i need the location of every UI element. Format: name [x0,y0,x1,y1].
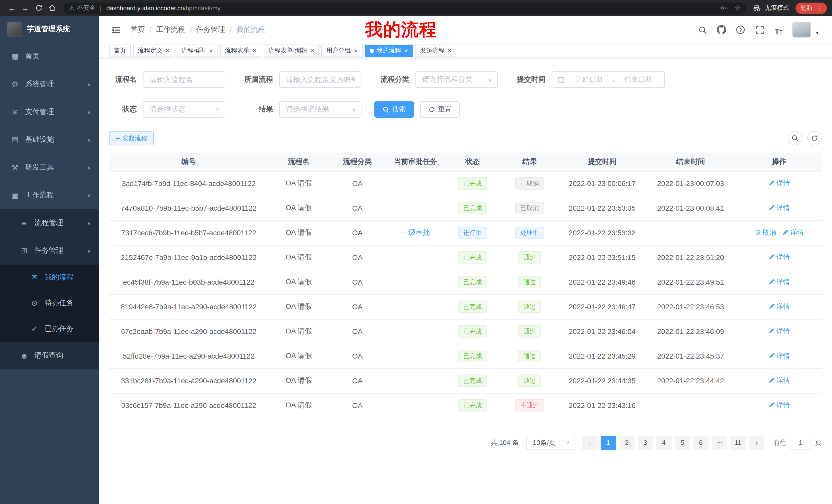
sidebar-item-infrastructure[interactable]: ▤基础设施∨ [0,126,99,153]
github-button[interactable] [716,25,727,35]
tab-close-icon[interactable]: × [354,47,358,54]
url-host: dashboard.yudao.iocoder.cn [106,4,184,11]
tab-process-form-edit[interactable]: 流程表单-编辑× [264,45,319,57]
home-button[interactable] [45,1,59,15]
row-detail-link[interactable]: 详情 [768,253,790,262]
browser-menu-icon[interactable]: ⋮ [816,4,822,11]
sidebar-item-process-management[interactable]: ≡流程管理∨ [0,209,99,237]
tab-process-definition[interactable]: 流程定义× [133,45,174,57]
reload-button[interactable] [32,1,45,15]
help-button[interactable]: ? [735,25,746,35]
breadcrumb-workflow[interactable]: 工作流程 [156,25,185,34]
row-detail-link[interactable]: 详情 [768,277,790,287]
sidebar-item-done-tasks[interactable]: ✓已办任务 [0,316,99,342]
address-bar[interactable]: ⚠ 不安全 | dashboard.yudao.iocoder.cn /bpm/… [63,2,746,13]
sidebar-item-task-management[interactable]: ⊞任务管理∧ [0,237,99,264]
row-detail-link[interactable]: 详情 [768,352,790,361]
forward-button[interactable]: → [19,1,32,15]
tab-close-icon[interactable]: × [253,47,256,54]
sidebar-item-payment[interactable]: ¥支付管理∨ [0,98,99,126]
create-process-button[interactable]: + 发起流程 [109,131,154,145]
tab-close-icon[interactable]: × [165,47,170,54]
tab-label: 流程表单-编辑 [268,46,308,55]
status-select[interactable]: 请选择状态 ∨ [143,101,225,118]
tab-my-process[interactable]: 我的流程× [365,45,413,57]
cell-process-id: 67c2eaab-7b9a-11ec-a290-acde48001122 [109,319,268,344]
fullscreen-button[interactable] [754,25,765,35]
cell-end-time: 2022-01-23 00:07:03 [645,171,736,196]
tab-user-group[interactable]: 用户分组× [322,45,363,57]
cell-process-id: 03c6c157-7b9a-11ec-a290-acde48001122 [109,393,268,418]
row-detail-link[interactable]: 详情 [768,302,790,311]
cell-submit-time: 2022-01-22 23:43:16 [560,393,645,418]
tab-close-icon[interactable]: × [311,47,314,54]
row-action-label: 详情 [777,277,790,287]
font-size-button[interactable]: TT [773,25,784,35]
user-icon: ☻ [19,351,30,360]
row-detail-link[interactable]: 详情 [782,228,804,237]
breadcrumb-home[interactable]: 首页 [131,25,145,34]
page-button-5[interactable]: 5 [675,436,690,450]
prev-page-button[interactable]: ‹ [582,436,598,450]
eye-icon: ⊙ [29,299,40,308]
page-size-select[interactable]: 10条/页 ∨ [526,436,575,450]
sidebar-item-home[interactable]: ▦首页 [0,43,99,71]
cell-actions: 详情 [736,344,822,368]
result-tag: 已取消 [515,177,544,190]
page-jump-input[interactable] [790,436,811,450]
page-button-3[interactable]: 3 [638,436,653,450]
sidebar-item-system[interactable]: ⚙系统管理∨ [0,71,99,98]
row-action-label: 详情 [777,203,790,213]
tab-process-form[interactable]: 流程表单× [220,45,261,57]
update-button[interactable]: 更新 ⋮ [796,2,827,13]
bookmark-star-icon[interactable]: ☆ [734,3,741,12]
result-select[interactable]: 请选择流结果 ∨ [279,101,362,118]
page-button-1[interactable]: 1 [601,436,616,450]
category-select[interactable]: 请选择流程分类 ∨ [415,72,498,88]
tab-process-model[interactable]: 流程模型× [177,45,217,57]
page-button-2[interactable]: 2 [619,436,634,450]
sidebar-item-workflow[interactable]: ▣工作流程∧ [0,181,99,209]
cell-category: OA [329,344,386,368]
sidebar-item-devtools[interactable]: ⚒研发工具∨ [0,153,99,181]
header-search-button[interactable] [697,25,707,35]
row-detail-link[interactable]: 详情 [768,179,790,188]
tab-label: 首页 [114,46,126,55]
process-definition-input[interactable] [279,72,362,88]
row-cancel-link[interactable]: 取消 [754,228,776,237]
sidebar-item-leave-query[interactable]: ☻请假查询 [0,342,99,369]
process-name-input[interactable] [143,72,225,88]
search-button[interactable]: 搜索 [374,101,414,118]
user-avatar[interactable] [792,22,811,37]
toggle-search-button[interactable] [788,131,802,145]
tab-close-icon[interactable]: × [404,47,408,54]
tab-start-process[interactable]: 发起流程× [415,45,456,57]
submit-time-range-picker[interactable]: 开始日期 - 结束日期 [552,72,665,88]
page-button-4[interactable]: 4 [656,436,672,450]
breadcrumb-task-management[interactable]: 任务管理 [197,25,225,34]
security-chip[interactable]: 不安全 [77,4,96,12]
next-page-button[interactable]: › [749,436,764,450]
sidebar-item-my-process[interactable]: ✉我的流程 [0,264,99,290]
tab-close-icon[interactable]: × [209,47,213,54]
row-detail-link[interactable]: 详情 [768,376,790,385]
page-button-6[interactable]: 6 [693,436,709,450]
password-key-icon[interactable] [720,4,728,12]
reset-button[interactable]: 重置 [420,101,460,118]
sidebar-item-todo-tasks[interactable]: ⊙待办任务 [0,290,99,316]
sidebar-toggle-button[interactable] [111,25,121,35]
row-detail-link[interactable]: 详情 [768,203,790,213]
chevron-up-icon: ∧ [87,248,91,254]
row-detail-link[interactable]: 详情 [768,327,790,336]
approval-task-link[interactable]: 一级审批 [401,228,430,236]
back-button[interactable]: ← [5,1,19,15]
row-detail-link[interactable]: 详情 [768,401,790,410]
page-button-11[interactable]: 11 [730,436,746,450]
sidebar-menu: ▦首页⚙系统管理∨¥支付管理∨▤基础设施∨⚒研发工具∨▣工作流程∧≡流程管理∨⊞… [0,43,99,369]
row-action-label: 详情 [777,376,790,385]
status-tag: 已完成 [458,325,487,338]
more-pages-button[interactable]: ⋯ [712,436,727,450]
tab-home[interactable]: 首页 [109,45,131,57]
refresh-table-button[interactable] [807,131,822,145]
tab-close-icon[interactable]: × [448,47,451,54]
